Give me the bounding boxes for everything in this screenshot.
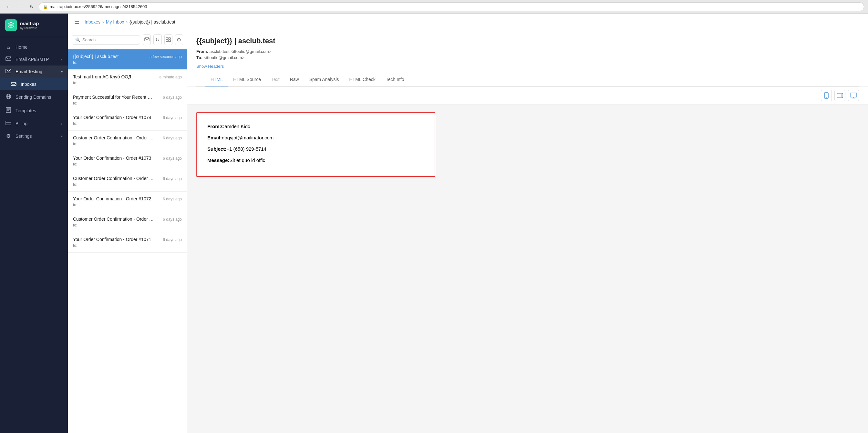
svg-rect-12 (6, 121, 11, 125)
sidebar-label-email-testing: Email Testing (16, 69, 57, 74)
msg-to: to: (73, 81, 182, 85)
url-bar[interactable]: 🔒 mailtrap.io/inboxes/2569226/messages/4… (39, 2, 864, 11)
logo-subtitle: by railsware (20, 27, 39, 30)
sidebar-item-inboxes[interactable]: Inboxes (0, 78, 68, 90)
search-box[interactable]: 🔍 (72, 35, 140, 44)
message-item[interactable]: Your Order Confirmation - Order #1074 6 … (68, 110, 187, 131)
field-message-value: Sit et quo id offic (229, 158, 265, 163)
svg-rect-17 (166, 40, 168, 42)
to-value: <ittoufiq@gmail.com> (204, 55, 244, 60)
field-email-label: Email: (207, 135, 222, 140)
tab-spam-analysis[interactable]: Spam Analysis (304, 73, 344, 87)
billing-icon (5, 121, 11, 127)
sidebar-item-settings[interactable]: ⚙ Settings ▸ (0, 130, 68, 142)
reload-button[interactable]: ↻ (27, 2, 36, 11)
email-api-icon (5, 57, 11, 62)
sidebar-item-sending-domains[interactable]: Sending Domains (0, 90, 68, 104)
msg-to: to: (73, 60, 182, 65)
email-header: {{subject}} | asclub.test From: asclub.t… (187, 30, 868, 87)
svg-marker-1 (9, 24, 12, 27)
home-icon: ⌂ (5, 44, 11, 50)
msg-to: to: (73, 182, 182, 187)
field-email-value: doqyjot@mailinator.com (222, 135, 274, 140)
email-field-subject: Subject:+1 (658) 929-5714 (207, 144, 424, 153)
breadcrumb-inboxes[interactable]: Inboxes (85, 19, 100, 25)
logo-name: mailtrap (20, 21, 39, 27)
message-item[interactable]: Test mail from АС Клуб ООД a minute ago … (68, 70, 187, 90)
settings-icon: ⚙ (5, 133, 11, 139)
msg-time: 6 days ago (163, 176, 182, 181)
field-subject-value: +1 (658) 929-5714 (226, 146, 267, 152)
msg-subject: Your Order Confirmation - Order #1071 (73, 237, 151, 242)
desktop-view-button[interactable] (848, 90, 859, 101)
email-field-message: Message:Sit et quo id offic (207, 156, 424, 165)
msg-subject: Customer Order Confirmation - Order #107… (73, 216, 154, 222)
email-view: {{subject}} | asclub.test From: asclub.t… (187, 30, 868, 433)
hamburger-icon[interactable]: ☰ (74, 19, 80, 26)
search-input[interactable] (82, 37, 136, 42)
sidebar-item-billing[interactable]: Billing ▸ (0, 118, 68, 130)
refresh-button[interactable]: ↻ (153, 34, 161, 45)
breadcrumb-my-inbox[interactable]: My Inbox (106, 19, 124, 25)
forward-button[interactable]: → (16, 2, 25, 11)
sidebar-label-settings: Settings (16, 134, 57, 139)
email-tabs: HTMLHTML SourceTextRawSpam AnalysisHTML … (196, 73, 859, 87)
msg-to: to: (73, 121, 182, 126)
tablet-view-button[interactable] (834, 90, 845, 101)
sidebar-item-email-testing[interactable]: Email Testing ▾ (0, 66, 68, 78)
email-field-from: From:Camden Kidd (207, 122, 424, 131)
sidebar-item-templates[interactable]: Templates (0, 104, 68, 118)
main-area: ☰ Inboxes › My Inbox › {{subject}} | asc… (68, 13, 868, 433)
sidebar-label-billing: Billing (16, 121, 57, 126)
sidebar-label-sending-domains: Sending Domains (16, 95, 63, 100)
mobile-view-button[interactable] (821, 90, 832, 101)
field-subject-label: Subject: (207, 146, 226, 152)
tab-html[interactable]: HTML (206, 73, 228, 87)
message-item[interactable]: {{subject}} | asclub.test a few seconds … (68, 49, 187, 70)
tab-html-check[interactable]: HTML Check (344, 73, 381, 87)
back-button[interactable]: ← (4, 2, 13, 11)
show-headers-link[interactable]: Show Headers (196, 64, 224, 69)
svg-rect-2 (6, 57, 11, 61)
logo-text-block: mailtrap by railsware (20, 21, 39, 30)
breadcrumb-sep2: › (126, 19, 128, 25)
tab-html-source[interactable]: HTML Source (228, 73, 266, 87)
templates-icon (5, 107, 11, 114)
tab-tech-info[interactable]: Tech Info (381, 73, 409, 87)
message-item[interactable]: Your Order Confirmation - Order #1073 6 … (68, 151, 187, 171)
message-item[interactable]: Your Order Confirmation - Order #1072 6 … (68, 192, 187, 212)
sidebar-item-home[interactable]: ⌂ Home (0, 41, 68, 53)
email-to: To: <ittoufiq@gmail.com> (196, 55, 859, 60)
msg-subject: Customer Order Confirmation - Order #107… (73, 176, 154, 181)
sidebar-item-email-api[interactable]: Email API/SMTP ▸ (0, 53, 68, 66)
msg-time: a few seconds ago (150, 55, 182, 59)
msg-to: to: (73, 162, 182, 166)
msg-subject: Your Order Confirmation - Order #1072 (73, 196, 151, 201)
topbar: ☰ Inboxes › My Inbox › {{subject}} | asc… (68, 13, 868, 30)
message-item[interactable]: Payment Successful for Your Recent Order… (68, 90, 187, 110)
chevron-icon-billing: ▸ (61, 122, 63, 126)
message-item[interactable]: Your Order Confirmation - Order #1071 6 … (68, 232, 187, 253)
msg-time: 6 days ago (163, 136, 182, 140)
message-item[interactable]: Customer Order Confirmation - Order #107… (68, 212, 187, 232)
message-item[interactable]: Customer Order Confirmation - Order #107… (68, 131, 187, 151)
from-value: asclub.test <ittoufiq@gmail.com> (209, 49, 271, 54)
email-view-controls (187, 87, 868, 104)
email-from: From: asclub.test <ittoufiq@gmail.com> (196, 49, 859, 54)
msg-time: 6 days ago (163, 237, 182, 242)
msg-time: a minute ago (159, 75, 182, 79)
from-label: From: (196, 49, 209, 54)
tab-raw[interactable]: Raw (285, 73, 304, 87)
content-area: 🔍 ↻ ⚙ {{subject}} | asclub.test a few se (68, 30, 868, 433)
sidebar-logo: mailtrap by railsware (0, 13, 68, 37)
sidebar-label-inboxes: Inboxes (21, 81, 63, 87)
settings-button[interactable]: ⚙ (175, 34, 183, 45)
search-icon: 🔍 (75, 37, 81, 42)
email-title: {{subject}} | asclub.test (196, 37, 859, 45)
chevron-icon-settings: ▸ (61, 134, 63, 138)
email-testing-icon (5, 69, 11, 74)
bulk-actions-button[interactable] (164, 34, 173, 45)
message-item[interactable]: Customer Order Confirmation - Order #107… (68, 171, 187, 192)
compose-button[interactable] (143, 34, 151, 45)
msg-subject: Your Order Confirmation - Order #1074 (73, 115, 151, 120)
